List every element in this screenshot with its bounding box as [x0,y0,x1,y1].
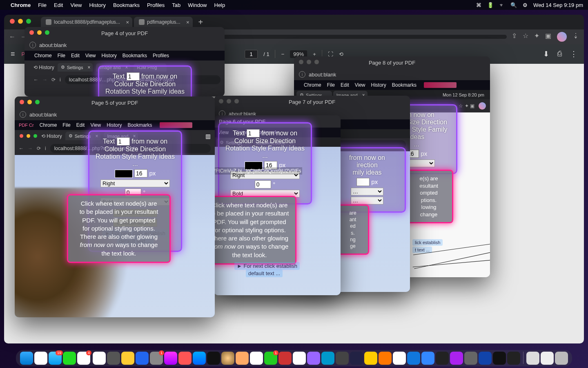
dock-firefox[interactable] [236,352,249,365]
close-icon[interactable] [29,30,34,35]
text-count-input[interactable] [127,72,140,81]
size-input[interactable] [134,169,147,177]
dock-app[interactable] [464,352,477,365]
dock-notes[interactable] [121,352,134,365]
dock-tv[interactable] [207,352,220,365]
share-icon[interactable]: ⇪ [512,32,517,42]
dock-app[interactable] [379,352,392,365]
close-tab-icon[interactable]: × [126,19,129,25]
bookmark-star-icon[interactable]: ☆ [523,32,528,42]
close-icon[interactable] [299,60,303,64]
dock-sys[interactable]: 1 [150,352,163,365]
style-select[interactable]: … [351,197,383,204]
direction-select[interactable]: … [351,188,383,195]
pdf-menu-icon[interactable]: ⋮ [570,49,577,58]
page-current-input[interactable] [245,50,258,58]
close-tab-icon[interactable]: × [186,19,189,25]
clock[interactable]: Wed 14 Sep 9:19 pm [533,2,583,8]
popup-titlebar[interactable]: Page 5 of your PDF [15,96,215,109]
extensions-icon[interactable]: ✦ [534,32,539,42]
dock-music[interactable] [164,352,177,365]
menubar-app[interactable]: Chrome [11,2,31,8]
nested-tab[interactable]: ⚙ Settings× [58,63,93,72]
dock-app[interactable] [450,352,463,365]
spotlight-icon[interactable]: 🔍 [510,2,517,8]
rotation-input[interactable] [255,180,271,188]
dock-folder[interactable] [541,352,554,365]
popup-titlebar[interactable]: Page 4 of your PDF [24,27,225,39]
text-count-input[interactable] [247,129,260,137]
maximize-window-button[interactable] [26,19,31,24]
print-icon[interactable]: ⎙ [557,49,562,58]
menu-bookmarks[interactable]: Bookmarks [113,2,140,8]
zoom-icon[interactable] [35,100,40,104]
next-click-link[interactable]: ► For next click establish [234,262,300,270]
info-icon[interactable]: i [29,42,36,48]
new-tab-button[interactable]: + [198,18,203,27]
profile-avatar[interactable] [557,32,567,42]
info-icon[interactable]: i [299,71,305,78]
battery-icon[interactable]: 🔋 [487,2,494,8]
dock-appstore[interactable] [193,352,206,365]
menu-help[interactable]: Help [214,2,225,8]
tab-2[interactable]: pdfimageplus...× [134,17,192,27]
dock-safari[interactable] [34,352,47,365]
dock-calendar[interactable] [93,352,106,365]
dock-terminal[interactable] [436,352,449,365]
tab-1[interactable]: localhost:8888/pdfimageplus...× [41,17,132,27]
color-swatch[interactable] [115,170,133,178]
popup-page-6[interactable]: Page 6 of your PDF View History Bookmark… [214,115,341,295]
avatar[interactable] [479,102,486,110]
dock-app[interactable] [321,352,334,365]
menu-profiles[interactable]: Profiles [147,2,165,8]
default-text-link[interactable]: default text ... [246,269,283,277]
minimize-icon[interactable] [27,100,32,104]
size-input[interactable] [356,178,370,186]
back-icon[interactable]: ← [19,146,24,151]
tab-overflow-icon[interactable]: ⌄ [573,33,578,39]
bluetooth-icon[interactable]: ⌘ [476,2,481,8]
text-count-input[interactable] [117,137,130,146]
minimize-icon[interactable] [227,99,231,103]
close-icon[interactable] [20,100,24,104]
back-button[interactable]: ← [9,33,16,40]
minimize-icon[interactable] [307,60,311,64]
wifi-icon[interactable]: ᯤ [499,2,505,8]
menu-tab[interactable]: Tab [172,2,180,8]
dock-messages[interactable] [63,352,76,365]
close-window-button[interactable] [10,19,15,24]
dock-reminders[interactable]: 4 [77,352,90,365]
dock-news[interactable] [178,352,192,365]
zoom-icon[interactable] [234,99,239,103]
dock-finder[interactable] [20,352,33,365]
dock-app[interactable] [107,352,120,365]
menu-file[interactable]: File [38,2,47,8]
dock-mail[interactable]: 19 [49,352,62,365]
dock-app[interactable] [364,352,377,365]
dock-app[interactable] [350,352,363,365]
dock-app[interactable] [336,352,349,365]
close-icon[interactable] [219,99,223,103]
menu-history[interactable]: History [89,2,105,8]
hamburger-icon[interactable]: ≡ [11,50,15,58]
dock-app[interactable] [136,352,149,365]
dock-word[interactable] [407,352,420,365]
dock-app[interactable] [221,352,234,365]
popup-titlebar[interactable]: Page 7 of your PDF [214,96,410,108]
dock-iterm[interactable] [493,352,506,365]
dock-app[interactable] [479,352,492,365]
dock-filezilla[interactable] [278,352,292,365]
popup-page-5[interactable]: Page 5 of your PDF iabout:blank PDF Cr C… [15,96,215,317]
popup-titlebar[interactable]: Page 8 of your PDF [294,56,490,69]
dock-app[interactable] [507,352,520,365]
dock-folder[interactable] [526,352,539,365]
sidepanel-icon[interactable]: ▣ [545,32,551,42]
info-icon[interactable]: i [45,146,46,151]
zoom-icon[interactable] [314,60,319,64]
control-center-icon[interactable]: ⚙ [523,2,528,8]
minimize-window-button[interactable] [18,19,23,24]
menu-view[interactable]: View [70,2,82,8]
zoom-icon[interactable] [45,30,49,35]
dock-chrome[interactable] [250,352,263,365]
direction-select[interactable]: Right [100,180,170,187]
